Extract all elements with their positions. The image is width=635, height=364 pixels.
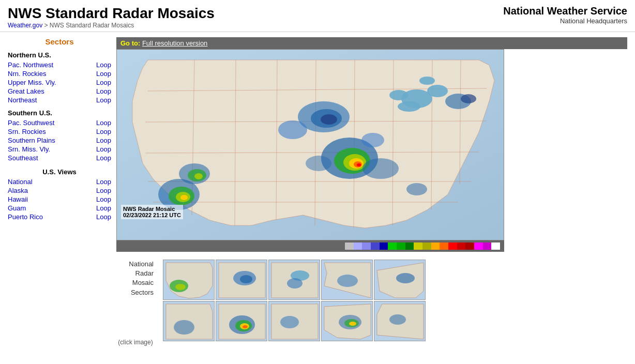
svg-point-17 <box>389 90 408 100</box>
breadcrumb-home-link[interactable]: Weather.gov <box>8 22 42 29</box>
sidebar-item-puerto-rico[interactable]: Puerto Rico Loop <box>8 213 111 221</box>
svg-point-72 <box>280 316 299 328</box>
goto-prefix: Go to: <box>120 39 140 47</box>
pac-northwest-loop-link[interactable]: Loop <box>96 61 111 69</box>
great-lakes-loop-link[interactable]: Loop <box>96 87 111 95</box>
svg-point-50 <box>240 275 252 283</box>
hawaii-link[interactable]: Hawaii <box>8 195 28 203</box>
full-resolution-link[interactable]: Full resolution version <box>142 39 207 47</box>
great-lakes-link[interactable]: Great Lakes <box>8 87 44 95</box>
svg-point-29 <box>180 195 188 200</box>
mosaic-cell-2-1[interactable] <box>163 301 215 341</box>
mosaic-cell-2-3[interactable] <box>268 301 320 341</box>
national-loop-link[interactable]: Loop <box>96 178 111 186</box>
svg-point-38 <box>194 173 203 179</box>
upper-miss-loop-link[interactable]: Loop <box>96 79 111 86</box>
pac-southwest-loop-link[interactable]: Loop <box>96 119 111 127</box>
page-header: NWS Standard Radar Mosaics Weather.gov >… <box>0 0 635 32</box>
srn-miss-link[interactable]: Srn. Miss. Vly. <box>8 145 50 153</box>
breadcrumb-current: NWS Standard Radar Mosaics <box>50 22 134 29</box>
svg-point-42 <box>306 156 331 171</box>
southern-plains-loop-link[interactable]: Loop <box>96 136 111 144</box>
svg-point-57 <box>337 275 358 287</box>
northeast-loop-link[interactable]: Loop <box>96 96 111 104</box>
sidebar-northern-title: Northern U.S. <box>8 51 111 59</box>
sidebar-item-upper-miss[interactable]: Upper Miss. Vly. Loop <box>8 79 111 86</box>
sidebar-item-national[interactable]: National Loop <box>8 178 111 186</box>
header-right: National Weather Service National Headqu… <box>503 5 627 25</box>
southeast-link[interactable]: Southeast <box>8 154 38 162</box>
mosaic-cell-2-2[interactable] <box>216 301 267 341</box>
mosaic-cell-1-3[interactable] <box>268 260 320 300</box>
mosaic-row-1 <box>163 260 504 300</box>
radar-label-line2: 02/23/2022 21:12 UTC <box>123 212 181 218</box>
goto-bar: Go to: Full resolution version <box>116 37 627 49</box>
mosaic-label-line2: Radar <box>117 269 154 278</box>
alaska-loop-link[interactable]: Loop <box>96 187 111 194</box>
national-link[interactable]: National <box>8 178 33 186</box>
sidebar-item-southern-plains[interactable]: Southern Plains Loop <box>8 136 111 144</box>
breadcrumb: Weather.gov > NWS Standard Radar Mosaics <box>8 22 215 29</box>
svg-point-77 <box>349 322 356 326</box>
color-bar <box>345 242 500 250</box>
svg-point-32 <box>321 114 337 125</box>
svg-point-18 <box>398 101 420 112</box>
radar-label-line1: NWS Radar Mosaic <box>123 206 181 212</box>
northeast-link[interactable]: Northeast <box>8 96 37 104</box>
nws-subtitle: National Headquarters <box>503 17 627 25</box>
mosaic-cell-1-5[interactable] <box>374 260 426 300</box>
mosaic-cell-1-2[interactable] <box>216 260 267 300</box>
radar-label: NWS Radar Mosaic 02/23/2022 21:12 UTC <box>121 205 183 219</box>
srn-rockies-loop-link[interactable]: Loop <box>96 128 111 135</box>
sidebar-item-hawaii[interactable]: Hawaii Loop <box>8 195 111 203</box>
svg-point-35 <box>406 183 427 195</box>
puerto-rico-loop-link[interactable]: Loop <box>96 213 111 221</box>
svg-point-60 <box>396 273 415 283</box>
hawaii-loop-link[interactable]: Loop <box>96 195 111 203</box>
guam-loop-link[interactable]: Loop <box>96 204 111 212</box>
svg-point-63 <box>174 320 194 335</box>
mosaic-label-line1: National <box>117 260 154 269</box>
alaska-link[interactable]: Alaska <box>8 187 28 194</box>
svg-point-39 <box>278 120 307 139</box>
mosaic-section: National Radar Mosaic Sectors (click ima… <box>116 260 504 346</box>
sidebar-us-views-title: U.S. Views <box>8 168 111 176</box>
srn-rockies-link[interactable]: Srn. Rockies <box>8 128 46 135</box>
sidebar-item-southeast[interactable]: Southeast Loop <box>8 154 111 162</box>
nrn-rockies-loop-link[interactable]: Loop <box>96 70 111 78</box>
pac-southwest-link[interactable]: Pac. Southwest <box>8 119 54 127</box>
sidebar-item-alaska[interactable]: Alaska Loop <box>8 187 111 194</box>
mosaic-cell-1-1[interactable] <box>163 260 215 300</box>
mosaic-grid <box>163 260 504 342</box>
southern-plains-link[interactable]: Southern Plains <box>8 136 55 144</box>
guam-link[interactable]: Guam <box>8 204 26 212</box>
mosaic-cell-1-4[interactable] <box>321 260 373 300</box>
svg-point-46 <box>175 284 186 290</box>
mosaic-label-line3: Mosaic <box>117 278 154 287</box>
sidebar-item-guam[interactable]: Guam Loop <box>8 204 111 212</box>
mosaic-label: National Radar Mosaic Sectors <box>117 260 159 297</box>
svg-point-19 <box>419 77 435 85</box>
sidebar-item-nrn-rockies[interactable]: Nrn. Rockies Loop <box>8 70 111 78</box>
puerto-rico-link[interactable]: Puerto Rico <box>8 213 43 221</box>
colorbar-container <box>116 240 504 252</box>
pac-northwest-link[interactable]: Pac. Northwest <box>8 61 53 69</box>
svg-point-40 <box>361 133 384 147</box>
upper-miss-link[interactable]: Upper Miss. Vly. <box>8 79 56 86</box>
sidebar-item-pac-southwest[interactable]: Pac. Southwest Loop <box>8 119 111 127</box>
page-title: NWS Standard Radar Mosaics <box>8 5 215 22</box>
mosaic-cell-2-4[interactable] <box>321 301 373 341</box>
radar-image-container[interactable]: NWS Radar Mosaic 02/23/2022 21:12 UTC <box>116 49 504 240</box>
sidebar-item-srn-rockies[interactable]: Srn. Rockies Loop <box>8 128 111 135</box>
southeast-loop-link[interactable]: Loop <box>96 154 111 162</box>
sidebar-item-great-lakes[interactable]: Great Lakes Loop <box>8 87 111 95</box>
nrn-rockies-link[interactable]: Nrn. Rockies <box>8 70 46 78</box>
svg-point-80 <box>389 314 406 325</box>
sidebar-item-srn-miss[interactable]: Srn. Miss. Vly. Loop <box>8 145 111 153</box>
mosaic-cell-2-5[interactable] <box>374 301 426 341</box>
sidebar-item-pac-northwest[interactable]: Pac. Northwest Loop <box>8 61 111 69</box>
srn-miss-loop-link[interactable]: Loop <box>96 145 111 153</box>
sidebar-item-northeast[interactable]: Northeast Loop <box>8 96 111 104</box>
sidebar: Sectors Northern U.S. Pac. Northwest Loo… <box>8 37 116 346</box>
svg-point-25 <box>357 163 361 166</box>
